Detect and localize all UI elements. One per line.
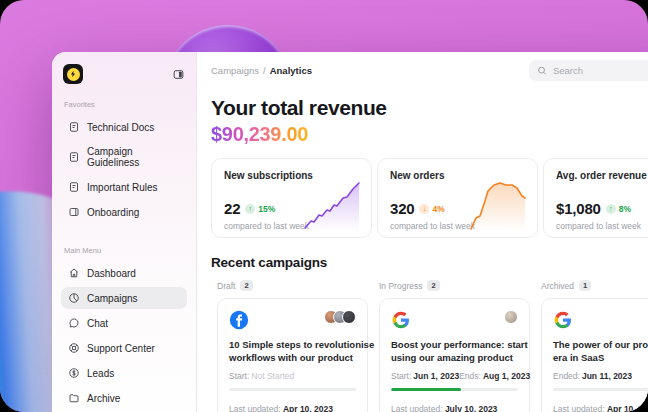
campaign-title: The power of our product: era in SaaS xyxy=(553,338,648,365)
delta-badge-down: ↓ 4% xyxy=(419,204,444,214)
column-count-badge: 2 xyxy=(240,280,252,291)
favorites-label: Favorites xyxy=(64,100,187,109)
stat-card-new-orders[interactable]: New orders 320 ↓ 4% compared to last wee… xyxy=(377,158,538,238)
campaigns-icon xyxy=(68,292,80,304)
lightning-bolt-icon xyxy=(67,68,80,81)
page-title: Your total revenue xyxy=(211,96,648,120)
search-input[interactable] xyxy=(553,65,648,76)
avatar-group xyxy=(509,310,518,324)
google-icon xyxy=(391,310,411,330)
content: Your total revenue $90,239.00 Select Dat… xyxy=(197,88,648,412)
avatar-group xyxy=(329,310,356,324)
home-icon xyxy=(68,267,80,279)
column-label: In Progress xyxy=(379,281,422,291)
sidebar-item-archive[interactable]: Archive xyxy=(61,387,187,409)
sidebar-item-label: Support Center xyxy=(87,343,155,354)
sidebar-item-support-center[interactable]: Support Center xyxy=(61,337,187,359)
sparkline-orange xyxy=(469,179,527,231)
delta-value: 4% xyxy=(432,204,444,214)
delta-badge-up: ↑ 8% xyxy=(606,204,631,214)
stat-value: 320 xyxy=(390,200,414,217)
total-revenue-amount: $90,239.00 xyxy=(211,123,308,146)
app-logo[interactable] xyxy=(63,64,83,84)
document-icon xyxy=(68,151,80,163)
sidebar-item-onboarding[interactable]: Onboarding xyxy=(61,201,187,223)
campaign-updated: Last updated: July 10, 2023 xyxy=(391,404,518,412)
sidebar-item-campaigns[interactable]: Campaigns xyxy=(61,287,187,309)
sidebar-item-label: Important Rules xyxy=(87,182,158,193)
arrow-up-icon: ↑ xyxy=(606,204,616,214)
sidebar-item-chat[interactable]: Chat xyxy=(61,312,187,334)
dollar-coin-icon xyxy=(68,367,80,379)
campaign-updated: Last updated: Apr 10, 2023 xyxy=(229,404,356,412)
column-label: Draft xyxy=(217,281,235,291)
delta-value: 15% xyxy=(258,204,275,214)
kanban-column-draft: Draft 2 xyxy=(217,280,368,412)
sidebar-item-label: Campaigns xyxy=(87,293,138,304)
avatar xyxy=(504,310,518,324)
stat-title: Avg. order revenue xyxy=(556,170,648,181)
campaign-ended: Ended:Jun 11, 2023 xyxy=(553,371,632,381)
arrow-up-icon: ↑ xyxy=(245,204,255,214)
sidebar-item-label: Campaign Guideliness xyxy=(87,146,180,168)
progress-bar xyxy=(391,388,518,391)
stat-card-avg-order-revenue[interactable]: Avg. order revenue $1,080 ↑ 8% compared … xyxy=(543,158,648,238)
facebook-icon xyxy=(229,310,249,330)
kanban-column-archived: Archived 1 xyxy=(541,280,648,412)
breadcrumb-page: Analytics xyxy=(270,65,312,76)
document-icon xyxy=(68,121,80,133)
column-count-badge: 1 xyxy=(579,280,591,291)
sidebar-item-important-rules[interactable]: Important Rules xyxy=(61,176,187,198)
stats-row: New subscriptions 22 ↑ 15% compared to l… xyxy=(211,158,648,238)
kanban-board: Draft 2 xyxy=(217,280,648,412)
campaign-title: Boost your performance: start using our … xyxy=(391,338,518,365)
progress-bar xyxy=(553,388,648,391)
sidebar-toggle-icon[interactable] xyxy=(172,68,185,81)
sidebar: Favorites Technical Docs Campaign Guidel… xyxy=(52,52,197,412)
main-menu-label: Main Menu xyxy=(64,246,187,255)
column-label: Archived xyxy=(541,281,574,291)
arrow-down-icon: ↓ xyxy=(419,204,429,214)
sidebar-item-technical-docs[interactable]: Technical Docs xyxy=(61,116,187,138)
stat-value: $1,080 xyxy=(556,200,601,217)
delta-badge-up: ↑ 15% xyxy=(245,204,275,214)
chat-icon xyxy=(68,317,80,329)
campaign-updated: Last updated: Apr 10, 2023 xyxy=(553,404,648,412)
sidebar-item-campaign-guideliness[interactable]: Campaign Guideliness xyxy=(61,141,187,173)
kanban-column-in-progress: In Progress 2 xyxy=(379,280,530,412)
breadcrumb: Campaigns / Analytics xyxy=(211,65,312,76)
campaign-card[interactable]: The power of our product: era in SaaS En… xyxy=(541,298,648,412)
document-icon xyxy=(68,181,80,193)
sparkline-purple xyxy=(303,179,361,231)
sidebar-item-leads[interactable]: Leads xyxy=(61,362,187,384)
sidebar-item-label: Chat xyxy=(87,318,108,329)
book-icon xyxy=(68,206,80,218)
google-icon xyxy=(553,310,573,330)
sidebar-item-label: Dashboard xyxy=(87,268,136,279)
recent-campaigns-heading: Recent campaigns xyxy=(211,255,648,270)
campaign-start: Start:Not Started xyxy=(229,371,294,381)
sidebar-item-label: Onboarding xyxy=(87,207,139,218)
column-count-badge: 2 xyxy=(427,280,439,291)
lifebuoy-icon xyxy=(68,342,80,354)
sidebar-item-label: Technical Docs xyxy=(87,122,154,133)
campaign-card[interactable]: Boost your performance: start using our … xyxy=(379,298,530,412)
campaign-end: Ends:Aug 1, 2023 xyxy=(459,371,530,381)
stat-value: 22 xyxy=(224,200,240,217)
sidebar-item-dashboard[interactable]: Dashboard xyxy=(61,262,187,284)
search-icon xyxy=(537,65,547,76)
breadcrumb-section[interactable]: Campaigns xyxy=(211,65,259,76)
campaign-title: 10 Simple steps to revolutionise workflo… xyxy=(229,338,356,365)
folder-icon xyxy=(68,392,80,404)
topbar: Campaigns / Analytics xyxy=(197,52,648,88)
app-window: Favorites Technical Docs Campaign Guidel… xyxy=(52,52,648,412)
progress-bar xyxy=(229,388,356,391)
stat-compare: compared to last week xyxy=(556,221,648,231)
scene: Favorites Technical Docs Campaign Guidel… xyxy=(0,0,648,412)
breadcrumb-separator: / xyxy=(263,65,266,76)
stat-card-new-subscriptions[interactable]: New subscriptions 22 ↑ 15% compared to l… xyxy=(211,158,372,238)
campaign-card[interactable]: 10 Simple steps to revolutionise workflo… xyxy=(217,298,368,412)
avatar xyxy=(342,310,356,324)
sidebar-item-label: Archive xyxy=(87,393,120,404)
search-bar[interactable] xyxy=(529,60,648,81)
